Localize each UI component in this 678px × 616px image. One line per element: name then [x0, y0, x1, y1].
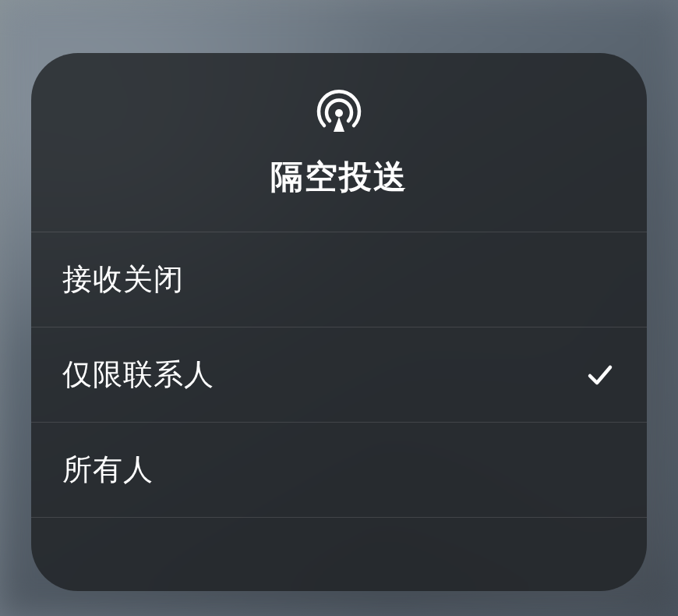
option-contacts-only[interactable]: 仅限联系人 — [31, 327, 647, 423]
panel-title: 隔空投送 — [270, 155, 408, 199]
option-everyone[interactable]: 所有人 — [31, 423, 647, 518]
option-label: 仅限联系人 — [62, 355, 214, 395]
airdrop-settings-panel: 隔空投送 接收关闭 仅限联系人 所有人 — [31, 53, 647, 591]
checkmark-icon — [584, 359, 616, 391]
option-label: 接收关闭 — [62, 260, 184, 299]
svg-point-0 — [335, 109, 343, 117]
option-receiving-off[interactable]: 接收关闭 — [31, 232, 647, 327]
panel-header: 隔空投送 — [31, 53, 647, 232]
option-list: 接收关闭 仅限联系人 所有人 — [31, 232, 647, 518]
airdrop-icon — [316, 87, 362, 133]
option-label: 所有人 — [62, 450, 154, 490]
